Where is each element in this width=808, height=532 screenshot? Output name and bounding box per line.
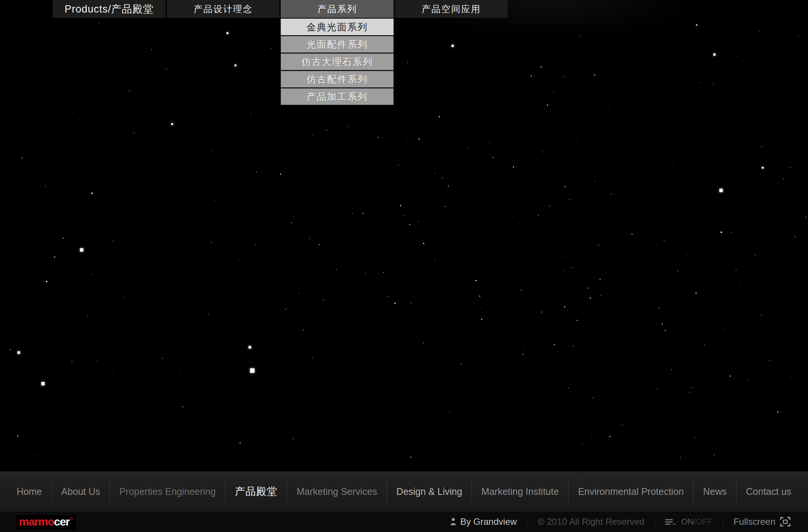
nav-item-news[interactable]: News — [703, 486, 727, 497]
nav-item-marketing-institute[interactable]: Marketing Institute — [481, 486, 559, 497]
tab-products[interactable]: Products/产品殿堂 — [53, 0, 166, 18]
nav-separator — [472, 480, 472, 502]
nav-item-contact-us[interactable]: Contact us — [746, 486, 791, 497]
starfield-background — [0, 0, 808, 532]
nav-separator — [225, 480, 225, 502]
fullscreen-button[interactable]: Fullscreen — [733, 516, 791, 527]
nav-item-home[interactable]: Home — [17, 486, 42, 497]
nav-item-about-us[interactable]: About Us — [61, 486, 100, 497]
dropdown-item-antique-accessories-series[interactable]: 仿古配件系列 — [281, 71, 394, 88]
nav-item-design-living[interactable]: Design & Living — [396, 486, 462, 497]
page-background: Products/产品殿堂 产品设计理念 产品系列 产品空间应用 金典光面系列 … — [0, 0, 808, 532]
product-series-dropdown: 金典光面系列 光面配件系列 仿古大理石系列 仿古配件系列 产品加工系列 — [281, 19, 394, 106]
bottom-nav-bar: Home About Us Properties Engineering 产品殿… — [0, 471, 808, 512]
sound-off-label: OFF — [696, 517, 713, 526]
nav-separator — [52, 480, 52, 502]
user-icon — [450, 518, 456, 526]
tab-design-concept[interactable]: 产品设计理念 — [167, 0, 280, 18]
credit-text: By Grandview — [460, 516, 517, 527]
logo-text-cer: cer — [54, 516, 70, 528]
nav-item-product-hall[interactable]: 产品殿堂 — [235, 485, 277, 498]
marmocer-logo[interactable]: marmocer® — [16, 515, 76, 529]
sound-equalizer-icon — [665, 518, 677, 525]
copyright-text: © 2010 All Right Reserved — [538, 516, 644, 527]
nav-item-environmental-protection[interactable]: Environmental Protection — [578, 486, 684, 497]
credit-link[interactable]: By Grandview — [450, 516, 517, 527]
nav-separator — [287, 480, 287, 502]
footer-right-group: By Grandview © 2010 All Right Reserved O… — [450, 512, 791, 532]
registered-mark-icon: ® — [70, 517, 73, 521]
dropdown-item-polished-accessories-series[interactable]: 光面配件系列 — [281, 36, 394, 53]
footer-bar: marmocer® By Grandview © 2010 All Right … — [0, 512, 808, 532]
top-tab-bar: Products/产品殿堂 产品设计理念 产品系列 产品空间应用 — [53, 0, 509, 18]
footer-separator — [655, 518, 655, 526]
nav-separator — [109, 480, 110, 502]
dropdown-item-classic-polished-series[interactable]: 金典光面系列 — [281, 19, 394, 35]
tab-space-application[interactable]: 产品空间应用 — [395, 0, 508, 18]
dropdown-item-product-processing-series[interactable]: 产品加工系列 — [281, 88, 394, 105]
fullscreen-label: Fullscreen — [733, 516, 775, 527]
nav-separator — [386, 480, 387, 502]
logo-text-marmo: marmo — [19, 516, 54, 528]
sound-toggle[interactable]: ON/OFF — [665, 517, 713, 527]
sound-on-label: ON — [681, 517, 694, 526]
nav-separator — [568, 480, 569, 502]
footer-separator — [723, 518, 723, 526]
footer-separator — [527, 518, 527, 526]
fullscreen-icon — [780, 517, 791, 527]
nav-separator — [693, 480, 694, 502]
tab-product-series[interactable]: 产品系列 — [281, 0, 394, 18]
nav-item-marketing-services[interactable]: Marketing Services — [297, 486, 377, 497]
nav-item-properties-engineering[interactable]: Properties Engineering — [119, 486, 216, 497]
dropdown-item-antique-marble-series[interactable]: 仿古大理石系列 — [281, 53, 394, 70]
nav-separator — [736, 480, 736, 502]
